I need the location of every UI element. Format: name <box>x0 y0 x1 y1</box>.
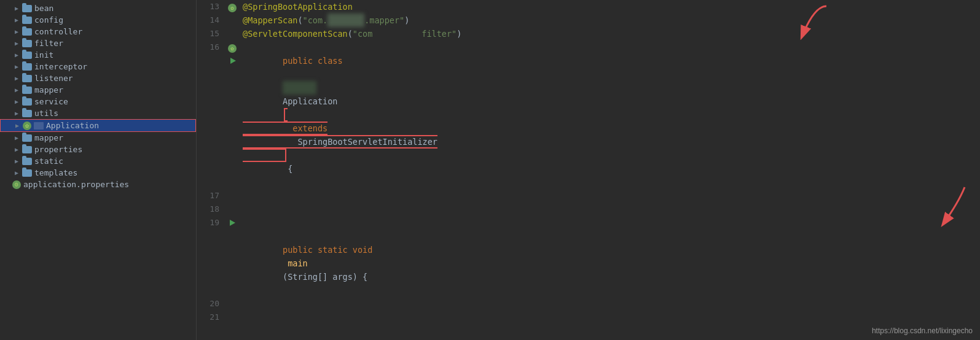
line-number: 14 <box>197 14 224 27</box>
line-code: @MapperScan("com. .mapper") <box>240 14 979 27</box>
sidebar-item-interceptor[interactable]: ▶ interceptor <box>0 61 196 72</box>
sidebar-item-listener[interactable]: ▶ listener <box>0 72 196 84</box>
folder-icon <box>22 40 32 47</box>
line-number: 20 <box>197 297 224 311</box>
string-token: "com <box>353 29 373 39</box>
blurred-classname <box>283 81 316 95</box>
line-number: 15 <box>197 27 224 41</box>
spring-gutter-icon: ✿ <box>228 4 237 12</box>
folder-icon <box>22 134 32 142</box>
line-number: 16 <box>197 41 224 189</box>
code-line-16: 16 ✿ public class Application extends Sp… <box>197 41 979 189</box>
code-token: ( <box>297 15 302 25</box>
sidebar-item-label: application.properties <box>23 180 129 189</box>
line-number: 17 <box>197 189 224 203</box>
code-lines-table: 13 ✿ @SpringBootApplication 14 @MapperSc… <box>197 0 980 340</box>
sidebar-item-init[interactable]: ▶ init <box>0 49 196 61</box>
line-code: public static void main (String[] args) … <box>240 216 979 297</box>
run-icon <box>230 58 236 64</box>
line-gutter: ✿ <box>224 0 240 14</box>
code-line-21: 21 SpringApplicationBuilder application … <box>197 311 979 340</box>
sidebar-item-label: controller <box>34 27 82 36</box>
spring-gutter-icon: ✿ <box>228 44 237 53</box>
arrow-icon: ▶ <box>12 4 21 13</box>
code-token: (String[] args) { <box>283 272 367 282</box>
annotation-token: @SpringBootApplication <box>243 2 353 12</box>
sidebar-item-mapper-res[interactable]: ▶ mapper <box>0 132 196 144</box>
extends-keyword: extends <box>292 123 327 133</box>
sidebar-item-properties[interactable]: ▶ properties <box>0 144 196 155</box>
annotation-token: @ServletComponentScan <box>243 29 348 39</box>
sidebar-item-label: utils <box>34 109 58 118</box>
line-gutter: ✿ <box>224 41 240 189</box>
sidebar-item-controller[interactable]: ▶ controller <box>0 26 196 37</box>
sidebar-item-templates[interactable]: ▶ templates <box>0 167 196 179</box>
blurred-token <box>327 14 364 27</box>
line-code <box>240 297 979 311</box>
sidebar-item-application-properties[interactable]: ⚙ application.properties <box>0 179 196 190</box>
code-token: ) <box>457 29 461 39</box>
line-code <box>240 203 979 216</box>
line-number: 18 <box>197 203 224 216</box>
arrow-icon: ▶ <box>12 74 21 83</box>
line-number: 19 <box>197 216 224 297</box>
classname-token: Application <box>283 96 337 106</box>
string-token: "com. <box>303 15 328 25</box>
brace-token: { <box>283 164 292 174</box>
arrow-icon: ▶ <box>12 86 21 95</box>
code-token: ( <box>348 29 353 39</box>
watermark: https://blog.csdn.net/lixingecho <box>872 326 973 335</box>
arrow-icon: ▶ <box>12 157 21 166</box>
sidebar-item-label: filter <box>34 39 63 48</box>
line-gutter <box>224 14 240 27</box>
arrow-icon: ▶ <box>12 169 21 177</box>
line-gutter <box>224 203 240 216</box>
sidebar-item-application[interactable]: ▶ ✿ Application ➜ <box>0 119 196 132</box>
sidebar-item-service[interactable]: ▶ service <box>0 96 196 107</box>
keyword-token: public static void <box>283 245 372 255</box>
sidebar-item-filter[interactable]: ▶ filter <box>0 37 196 49</box>
line-number: 13 <box>197 0 224 14</box>
arrow-icon: ▶ <box>12 134 21 142</box>
sidebar-item-label: mapper <box>34 133 63 142</box>
sidebar-item-label: service <box>34 97 68 106</box>
code-line-15: 15 @ServletComponentScan("com filter") <box>197 27 979 41</box>
folder-icon <box>22 28 32 36</box>
code-line-18: 18 <box>197 203 979 216</box>
properties-icon: ⚙ <box>12 180 21 189</box>
spacer <box>372 27 421 41</box>
line-code: SpringApplicationBuilder application = n… <box>240 311 979 340</box>
arrow-icon: ▶ <box>13 122 22 130</box>
arrow-icon: ▶ <box>12 98 21 106</box>
line-gutter <box>224 311 240 340</box>
sidebar-item-mapper-src[interactable]: ▶ mapper <box>0 84 196 96</box>
sidebar-item-label: static <box>34 156 63 166</box>
folder-icon <box>22 169 32 177</box>
arrow-icon: ▶ <box>12 63 21 71</box>
arrow-icon: ▶ <box>12 16 21 25</box>
sidebar-item-label: interceptor <box>34 62 87 71</box>
line-code: public class Application extends SpringB… <box>240 41 979 189</box>
folder-icon <box>22 5 32 12</box>
arrow-icon: ▶ <box>12 145 21 154</box>
keyword-token: public class <box>283 56 343 66</box>
code-editor: 13 ✿ @SpringBootApplication 14 @MapperSc… <box>197 0 980 340</box>
sidebar-item-label: init <box>34 50 53 60</box>
sidebar-item-label: Application <box>46 121 99 130</box>
sidebar-item-bean[interactable]: ▶ bean <box>0 2 196 14</box>
line-code: @ServletComponentScan("com filter") <box>240 27 979 41</box>
annotation-token: @MapperScan <box>243 15 297 25</box>
line-code <box>240 189 979 203</box>
arrow-icon: ▶ <box>12 28 21 36</box>
folder-icon <box>22 158 32 165</box>
code-token: ) <box>404 15 409 25</box>
sidebar-item-config[interactable]: ▶ config <box>0 14 196 26</box>
parent-class-token: SpringBootServletInitializer <box>292 137 437 147</box>
sidebar-item-utils[interactable]: ▶ utils <box>0 107 196 119</box>
code-token <box>283 69 288 79</box>
line-gutter <box>224 297 240 311</box>
sidebar-item-static[interactable]: ▶ static <box>0 155 196 167</box>
arrow-icon: ▶ <box>12 109 21 118</box>
folder-icon <box>22 75 32 82</box>
line-gutter <box>224 27 240 41</box>
